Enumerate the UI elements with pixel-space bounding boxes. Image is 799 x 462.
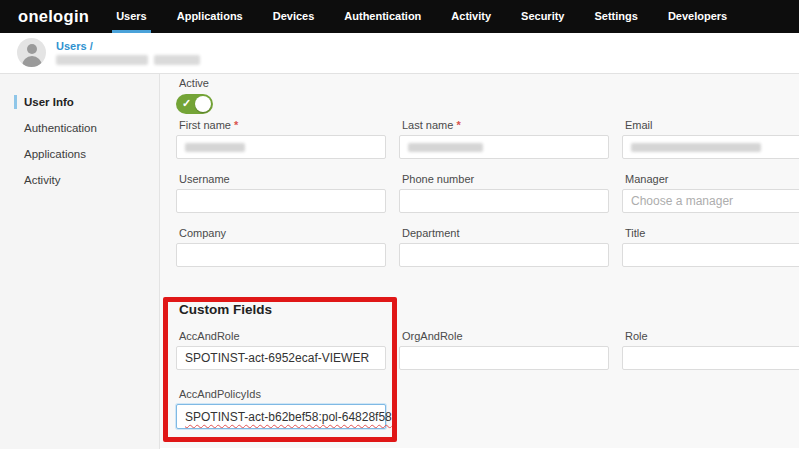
manager-placeholder: Choose a manager xyxy=(631,194,733,208)
acc-and-role-value: SPOTINST-act-6952ecaf-VIEWER xyxy=(185,351,369,365)
manager-label: Manager xyxy=(625,173,799,185)
nav-item-users[interactable]: Users xyxy=(101,0,162,33)
field-email: Email xyxy=(622,119,799,159)
field-manager: Manager Choose a manager xyxy=(622,173,799,213)
sidebar: User Info Authentication Applications Ac… xyxy=(0,74,160,449)
department-label: Department xyxy=(402,227,609,239)
redacted-text xyxy=(154,55,200,65)
title-label: Title xyxy=(625,227,799,239)
org-and-role-input[interactable] xyxy=(399,346,609,370)
breadcrumb-link[interactable]: Users / xyxy=(56,40,93,52)
required-marker: * xyxy=(456,119,460,131)
active-field: Active ✓ xyxy=(176,77,213,114)
sidebar-item-applications[interactable]: Applications xyxy=(0,141,159,167)
role-input[interactable] xyxy=(622,346,799,370)
field-acc-and-policy-ids: AccAndPolicyIds SPOTINST-act-b62bef58:po… xyxy=(176,388,386,429)
redacted-value xyxy=(185,143,245,152)
field-acc-and-role: AccAndRole SPOTINST-act-6952ecaf-VIEWER xyxy=(176,330,386,370)
field-department: Department xyxy=(399,227,609,267)
content-area: User Info Authentication Applications Ac… xyxy=(0,73,799,448)
sidebar-item-authentication[interactable]: Authentication xyxy=(0,115,159,141)
email-label: Email xyxy=(625,119,799,131)
field-role: Role xyxy=(622,330,799,370)
sidebar-item-user-info[interactable]: User Info xyxy=(0,89,159,115)
top-nav: onelogin Users Applications Devices Auth… xyxy=(0,0,799,33)
acc-and-role-input[interactable]: SPOTINST-act-6952ecaf-VIEWER xyxy=(176,346,386,370)
nav-item-authentication[interactable]: Authentication xyxy=(329,0,436,33)
first-name-label: First name* xyxy=(179,119,386,131)
last-name-label: Last name* xyxy=(402,119,609,131)
field-last-name: Last name* xyxy=(399,119,609,159)
field-first-name: First name* xyxy=(176,119,386,159)
user-icon xyxy=(27,44,37,54)
nav-item-security[interactable]: Security xyxy=(506,0,579,33)
nav-item-devices[interactable]: Devices xyxy=(258,0,330,33)
redacted-text xyxy=(56,55,148,65)
page-header: Users / xyxy=(0,33,799,73)
custom-fields-heading: Custom Fields xyxy=(179,302,272,317)
active-label: Active xyxy=(179,77,213,89)
field-company: Company xyxy=(176,227,386,267)
acc-and-policy-ids-input[interactable]: SPOTINST-act-b62bef58:pol-64828f58 xyxy=(176,404,386,429)
nav-item-applications[interactable]: Applications xyxy=(162,0,258,33)
onelogin-user-page: onelogin Users Applications Devices Auth… xyxy=(0,0,799,462)
redacted-value xyxy=(408,143,483,152)
sidebar-item-activity[interactable]: Activity xyxy=(0,167,159,193)
nav-item-activity[interactable]: Activity xyxy=(436,0,506,33)
field-username: Username xyxy=(176,173,386,213)
username-label: Username xyxy=(179,173,386,185)
username-input[interactable] xyxy=(176,189,386,213)
email-input[interactable] xyxy=(622,135,799,159)
company-input[interactable] xyxy=(176,243,386,267)
first-name-input[interactable] xyxy=(176,135,386,159)
required-marker: * xyxy=(234,119,238,131)
nav-menu: Users Applications Devices Authenticatio… xyxy=(101,0,742,33)
phone-number-input[interactable] xyxy=(399,189,609,213)
role-label: Role xyxy=(625,330,799,342)
nav-item-developers[interactable]: Developers xyxy=(653,0,742,33)
redacted-value xyxy=(631,143,761,152)
last-name-input[interactable] xyxy=(399,135,609,159)
acc-and-role-label: AccAndRole xyxy=(179,330,386,342)
active-toggle[interactable]: ✓ xyxy=(176,94,213,114)
title-input[interactable] xyxy=(622,243,799,267)
toggle-knob xyxy=(195,96,211,112)
field-org-and-role: OrgAndRole xyxy=(399,330,609,370)
avatar xyxy=(17,38,46,67)
onelogin-logo[interactable]: onelogin xyxy=(18,7,89,26)
field-phone-number: Phone number xyxy=(399,173,609,213)
user-icon-body xyxy=(22,56,42,67)
field-title: Title xyxy=(622,227,799,267)
acc-and-policy-ids-value: SPOTINST-act-b62bef58:pol-64828f58 xyxy=(185,410,392,424)
redacted-username xyxy=(56,55,200,65)
phone-number-label: Phone number xyxy=(402,173,609,185)
org-and-role-label: OrgAndRole xyxy=(402,330,609,342)
department-input[interactable] xyxy=(399,243,609,267)
company-label: Company xyxy=(179,227,386,239)
nav-item-settings[interactable]: Settings xyxy=(580,0,653,33)
manager-input[interactable]: Choose a manager xyxy=(622,189,799,213)
check-icon: ✓ xyxy=(182,97,191,110)
acc-and-policy-ids-label: AccAndPolicyIds xyxy=(179,388,386,400)
